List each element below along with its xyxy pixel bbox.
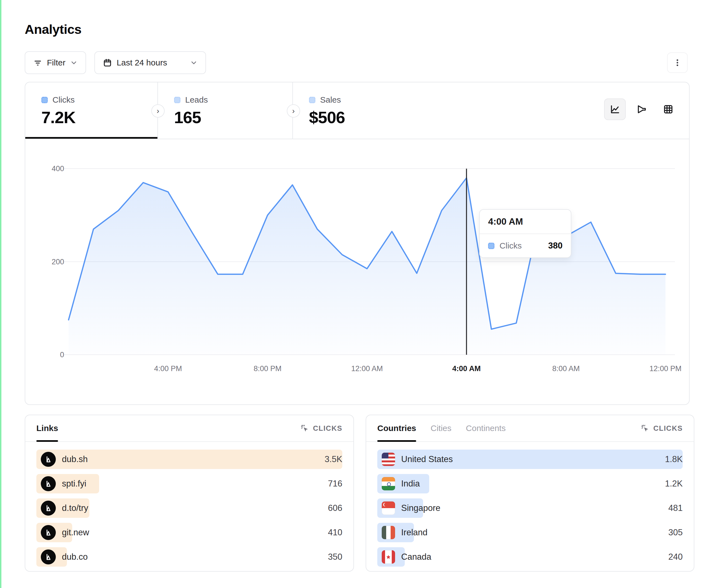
country-row[interactable]: United States 1.8K [377,450,683,469]
dub-logo-icon [41,549,56,564]
clicks-area-chart[interactable]: 0200400 4:00 PM8:00 PM12:00 AM4:00 AM8:0… [25,139,689,404]
x-axis-tick-label: 8:00 AM [552,364,580,373]
table-mode-button[interactable] [658,98,679,120]
filter-button[interactable]: Filter [25,51,86,74]
links-metric-label: CLICKS [313,424,342,433]
clicks-tab-label: Clicks [52,95,75,105]
tooltip-series-label: Clicks [499,241,522,250]
tab-links[interactable]: Links [36,415,58,441]
country-row[interactable]: India 1.2K [377,474,683,493]
india-flag-icon [382,477,395,490]
dub-logo-icon [41,501,56,516]
link-row[interactable]: dub.co 350 [36,547,342,567]
tab-cities[interactable]: Cities [431,415,451,441]
funnel-mode-button[interactable] [631,98,652,120]
tab-countries[interactable]: Countries [377,415,416,441]
countries-panel: Countries Cities Continents CLICKS [366,415,694,572]
link-row[interactable]: dub.sh 3.5K [36,450,342,469]
country-label: Canada [401,552,431,562]
tab-continents[interactable]: Continents [466,415,505,441]
line-chart-icon [609,104,621,115]
country-clicks-value: 1.8K [665,454,683,464]
filter-button-label: Filter [47,58,66,67]
country-clicks-value: 240 [668,552,683,562]
tab-leads[interactable]: Leads 165 [158,82,293,139]
link-clicks-value: 716 [328,479,342,489]
leads-value: 165 [174,108,292,127]
y-axis-tick-label: 200 [34,257,64,266]
expand-clicks-chevron-button[interactable]: › [151,104,165,118]
link-clicks-value: 350 [328,552,342,562]
link-clicks-value: 606 [328,503,342,513]
tooltip-value: 380 [548,241,563,251]
grid-icon [663,104,674,115]
link-label: d.to/try [62,503,88,513]
cursor-click-icon [300,424,309,433]
chevron-down-icon [70,59,78,67]
link-label: dub.sh [62,454,88,464]
country-label: Singapore [401,503,440,513]
stats-tabs: Clicks 7.2K Leads 165 Sales $506 › › [25,82,689,139]
calendar-icon [103,58,112,67]
page-title: Analytics [25,22,81,37]
y-axis-tick-label: 400 [34,164,64,173]
countries-metric-label: CLICKS [653,424,683,433]
sales-tab-label: Sales [320,95,341,105]
expand-leads-chevron-button[interactable]: › [287,104,300,118]
leads-tab-label: Leads [185,95,208,105]
tab-clicks[interactable]: Clicks 7.2K [25,82,158,139]
date-range-button[interactable]: Last 24 hours [94,51,206,74]
filter-lines-icon [33,58,42,67]
links-metric-selector[interactable]: CLICKS [300,424,342,433]
link-row[interactable]: git.new 410 [36,523,342,542]
tooltip-series-chip [488,243,494,249]
canada-flag-icon [382,550,395,564]
more-options-button[interactable] [667,52,688,73]
country-clicks-value: 481 [668,503,683,513]
clicks-value: 7.2K [41,108,157,127]
leads-legend-chip [174,97,180,103]
link-clicks-value: 410 [328,527,342,538]
analytics-page: Analytics Filter Last 24 hours [0,0,711,588]
chart-tooltip: 4:00 AM Clicks 380 [479,209,572,258]
clicks-legend-chip [41,97,48,103]
x-axis-tick-label: 12:00 PM [649,364,682,373]
countries-metric-selector[interactable]: CLICKS [641,424,683,433]
countries-rows: United States 1.8K India 1.2K Singapore … [366,442,694,567]
x-axis-tick-label: 4:00 PM [154,364,182,373]
dub-logo-icon [41,476,56,491]
country-row[interactable]: Canada 240 [377,547,683,567]
singapore-flag-icon [382,501,395,515]
chevron-down-icon [190,59,198,67]
country-label: United States [401,454,453,464]
country-label: India [401,479,420,489]
toolbar: Filter Last 24 hours [25,51,688,74]
x-axis-tick-label: 4:00 AM [452,364,481,373]
country-row[interactable]: Ireland 305 [377,523,683,542]
link-clicks-value: 3.5K [325,454,342,464]
link-label: git.new [62,527,89,538]
country-row[interactable]: Singapore 481 [377,498,683,518]
link-row[interactable]: d.to/try 606 [36,498,342,518]
cursor-click-icon [641,424,649,433]
link-label: spti.fyi [62,479,86,489]
chart-series [69,178,666,355]
y-axis-tick-label: 0 [34,350,64,359]
kebab-menu-icon [673,58,682,67]
link-row[interactable]: spti.fyi 716 [36,474,342,493]
country-clicks-value: 1.2K [665,479,683,489]
tooltip-time: 4:00 AM [480,210,571,234]
chart-mode-switcher [604,98,679,120]
x-axis-tick-label: 8:00 PM [254,364,281,373]
ireland-flag-icon [382,526,395,539]
link-label: dub.co [62,552,88,562]
links-rows: dub.sh 3.5K spti.fyi 716 d.to/try 606 [25,442,353,567]
country-label: Ireland [401,527,428,538]
funnel-icon [636,104,647,115]
date-range-label: Last 24 hours [116,58,167,67]
us-flag-icon [382,453,395,466]
line-chart-mode-button[interactable] [604,98,626,120]
country-clicks-value: 305 [668,527,683,538]
dub-logo-icon [41,452,56,467]
x-axis-tick-label: 12:00 AM [351,364,383,373]
